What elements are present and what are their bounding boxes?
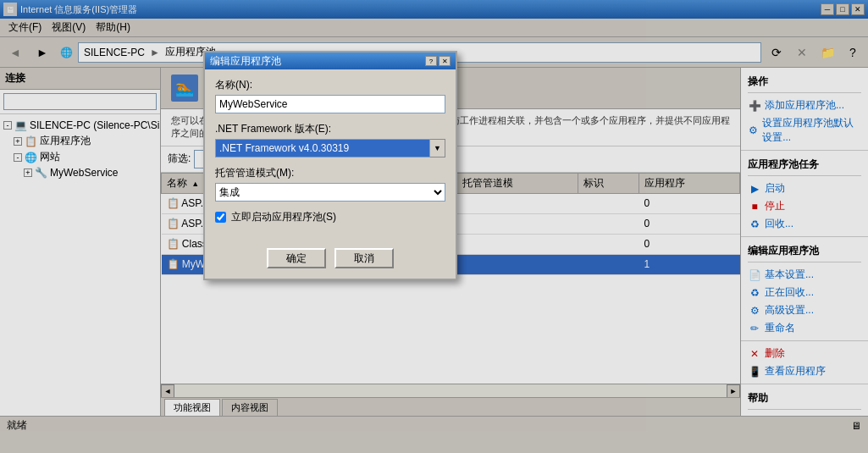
ok-button[interactable]: 确定 xyxy=(267,248,326,268)
edit-app-pool-modal: 编辑应用程序池 ? ✕ 名称(N): .NET Framework 版本(E):… xyxy=(203,51,457,280)
name-label: 名称(N): xyxy=(215,78,445,92)
framework-dropdown-arrow[interactable]: ▼ xyxy=(430,139,445,157)
framework-group: .NET Framework 版本(E): .NET Framework v4.… xyxy=(215,122,445,157)
name-group: 名称(N): xyxy=(215,78,445,113)
start-immediately-label: 立即启动应用程序池(S) xyxy=(231,210,336,224)
framework-value[interactable]: .NET Framework v4.0.30319 xyxy=(215,139,430,157)
modal-close-button[interactable]: ✕ xyxy=(439,56,451,66)
framework-label: .NET Framework 版本(E): xyxy=(215,122,445,136)
checkbox-row: 立即启动应用程序池(S) xyxy=(215,210,445,224)
modal-overlay: 编辑应用程序池 ? ✕ 名称(N): .NET Framework 版本(E):… xyxy=(0,0,868,453)
start-immediately-checkbox[interactable] xyxy=(215,212,226,223)
modal-body: 名称(N): .NET Framework 版本(E): .NET Framew… xyxy=(205,69,456,241)
name-input[interactable] xyxy=(215,95,445,113)
framework-select-container: .NET Framework v4.0.30319 ▼ xyxy=(215,139,445,157)
pipeline-label: 托管管道模式(M): xyxy=(215,166,445,180)
pipeline-select-wrapper: 集成 经典 xyxy=(215,183,445,202)
pipeline-select[interactable]: 集成 经典 xyxy=(215,183,445,202)
modal-help-button[interactable]: ? xyxy=(425,56,437,66)
pipeline-group: 托管管道模式(M): 集成 经典 xyxy=(215,166,445,202)
modal-title-buttons: ? ✕ xyxy=(425,56,451,66)
modal-title-bar: 编辑应用程序池 ? ✕ xyxy=(205,52,456,69)
modal-title: 编辑应用程序池 xyxy=(210,54,425,69)
modal-footer: 确定 取消 xyxy=(205,241,456,279)
cancel-button[interactable]: 取消 xyxy=(334,248,394,268)
